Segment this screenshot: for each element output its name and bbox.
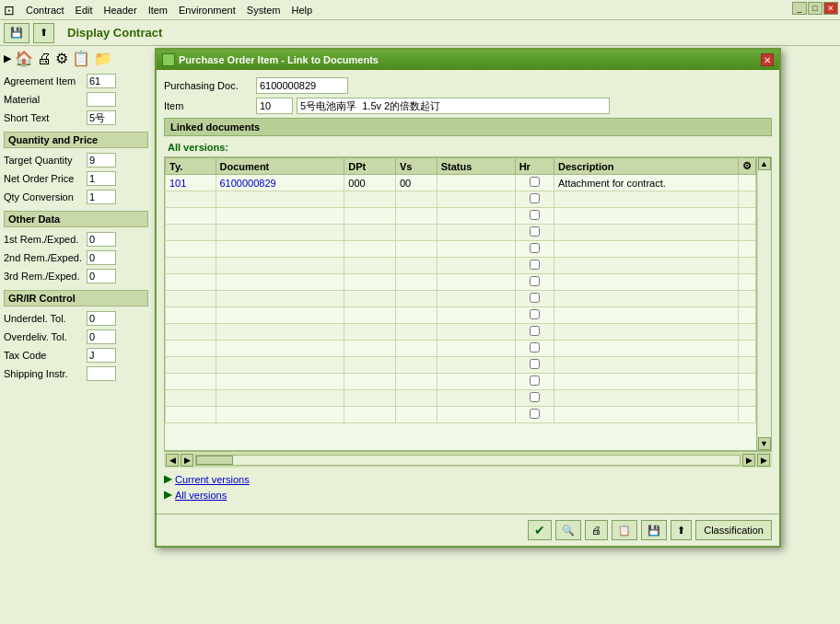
scroll-right-end-btn2[interactable]: ▶ [757, 454, 770, 467]
hr-checkbox[interactable] [530, 260, 540, 270]
minimize-button[interactable]: _ [792, 2, 807, 15]
save-button[interactable]: 💾 [641, 520, 667, 540]
menu-help[interactable]: Help [291, 5, 312, 16]
material-input[interactable] [87, 92, 116, 107]
cell-extra [739, 175, 756, 191]
table-row [166, 225, 756, 241]
hr-checkbox[interactable] [530, 409, 540, 419]
hr-checkbox[interactable] [530, 293, 540, 303]
rem2-input[interactable] [87, 250, 116, 265]
maximize-button[interactable]: □ [808, 2, 822, 15]
scroll-up-btn[interactable]: ▲ [758, 157, 771, 170]
current-versions-button[interactable]: Current versions [175, 474, 250, 485]
col-settings-icon[interactable]: ⚙ [739, 158, 756, 175]
table-scrollbar-right[interactable]: ▲ ▼ [756, 157, 771, 450]
overdel-input[interactable] [87, 329, 116, 344]
hr-checkbox[interactable] [530, 359, 540, 369]
purchasing-doc-input[interactable] [256, 77, 348, 94]
shipping-input[interactable] [87, 366, 116, 381]
agreement-item-row: Agreement Item [4, 73, 148, 89]
short-text-input[interactable] [87, 110, 116, 125]
rem2-row: 2nd Rem./Exped. [4, 249, 148, 266]
toolbar: 💾 ⬆ Display Contract [0, 20, 840, 46]
cell-vs: 00 [396, 175, 438, 191]
other-data-section: Other Data [4, 211, 148, 227]
horizontal-scrollbar[interactable]: ◀ ▶ ▶ ▶ [164, 451, 772, 468]
shipping-label: Shipping Instr. [4, 368, 87, 379]
modal-footer: ✔ 🔍 🖨 📋 💾 ⬆ Classification [157, 514, 779, 546]
print-button[interactable]: 🖨 [585, 520, 608, 540]
hr-checkbox[interactable] [530, 243, 540, 253]
hr-checkbox[interactable] [530, 309, 540, 319]
modal-title-icon [162, 53, 175, 66]
quantity-price-section: Quantity and Price [4, 132, 148, 148]
scroll-down-btn[interactable]: ▼ [758, 437, 771, 450]
hr-checkbox[interactable] [530, 210, 540, 220]
scroll-right-btn[interactable]: ▶ [181, 454, 193, 467]
tax-code-input[interactable] [87, 348, 116, 363]
overdel-row: Overdeliv. Tol. [4, 329, 148, 345]
left-panel: ▶ 🏠 🖨 ⚙ 📋 📁 Agreement Item Material Shor… [0, 46, 152, 624]
upload-button[interactable]: ⬆ [671, 520, 692, 540]
menu-header[interactable]: Header [104, 5, 137, 16]
target-qty-input[interactable] [87, 153, 116, 168]
close-main-button[interactable]: ✕ [823, 2, 838, 15]
toolbar-save-btn[interactable]: 💾 [4, 23, 29, 43]
all-versions-button[interactable]: All versions [175, 490, 227, 501]
find-button[interactable]: 🔍 [555, 520, 581, 540]
horiz-scroll-thumb[interactable] [196, 456, 233, 465]
horiz-scroll-track[interactable] [195, 455, 741, 466]
menu-item-icon[interactable]: ⊡ [4, 3, 15, 17]
scroll-left-btn[interactable]: ◀ [166, 454, 179, 467]
hr-checkbox[interactable] [530, 226, 540, 237]
scroll-right-end-btn[interactable]: ▶ [742, 454, 755, 467]
hr-checkbox[interactable] [530, 177, 540, 187]
hr-checkbox[interactable] [530, 193, 540, 203]
expand-arrow[interactable]: ▶ [4, 52, 11, 64]
item-desc-input[interactable] [297, 98, 610, 114]
agreement-item-input[interactable] [87, 74, 116, 88]
modal-title-bar: Purchase Order Item - Link to Documents … [157, 50, 779, 70]
classification-button[interactable]: Classification [695, 520, 772, 540]
qty-conv-input[interactable] [87, 190, 116, 204]
cell-document[interactable]: 6100000829 [216, 175, 344, 191]
hr-checkbox[interactable] [530, 326, 540, 336]
upload-icon: ⬆ [677, 525, 685, 537]
qty-conversion-row: Qty Conversion [4, 189, 148, 205]
menu-contract[interactable]: Contract [26, 5, 64, 16]
rem3-input[interactable] [87, 269, 116, 283]
all-versions-row: ▶ All versions [164, 489, 227, 501]
classification-label: Classification [704, 525, 764, 536]
table-row [166, 324, 756, 341]
menu-environment[interactable]: Environment [179, 5, 236, 16]
confirm-button[interactable]: ✔ [528, 520, 552, 540]
underdel-input[interactable] [87, 311, 116, 326]
cell-hr[interactable] [515, 175, 554, 191]
col-document: Document [216, 158, 344, 175]
table-row [166, 374, 756, 390]
modal-close-button[interactable]: ✕ [761, 53, 774, 66]
save-icon: 💾 [648, 525, 660, 537]
current-versions-arrow: ▶ [164, 473, 171, 485]
clipboard-button[interactable]: 📋 [612, 520, 637, 540]
panel-icon1: 🏠 [15, 50, 33, 67]
rem1-label: 1st Rem./Exped. [4, 234, 87, 245]
item-num-input[interactable] [256, 98, 293, 114]
menu-system[interactable]: System [247, 5, 281, 16]
agreement-item-label: Agreement Item [4, 75, 87, 87]
hr-checkbox[interactable] [530, 376, 540, 386]
panel-icon4: 📋 [72, 50, 90, 67]
toolbar-btn2[interactable]: ⬆ [33, 23, 54, 43]
col-ty: Ty. [166, 158, 216, 175]
table-row [166, 208, 756, 225]
hr-checkbox[interactable] [530, 276, 540, 286]
menu-edit[interactable]: Edit [76, 5, 93, 16]
hr-checkbox[interactable] [530, 392, 540, 402]
net-price-input[interactable] [87, 171, 116, 186]
rem1-input[interactable] [87, 232, 116, 247]
hr-checkbox[interactable] [530, 342, 540, 352]
menu-item[interactable]: Item [148, 5, 168, 16]
target-qty-label: Target Quantity [4, 155, 87, 166]
modal-title: Purchase Order Item - Link to Documents [179, 54, 761, 65]
table-row [166, 258, 756, 274]
